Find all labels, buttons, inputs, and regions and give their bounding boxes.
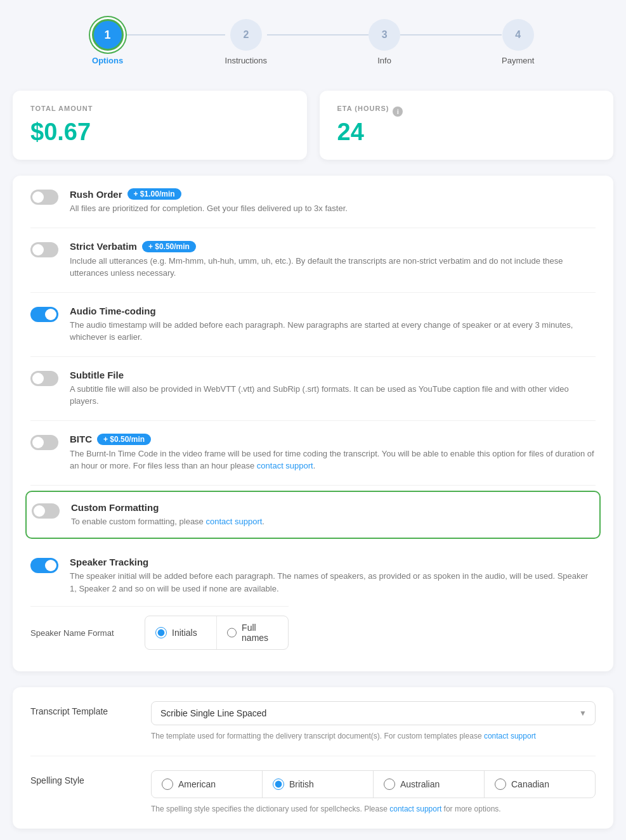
transcript-template-select[interactable]: Scribie Single Line Spaced Custom Templa…	[151, 701, 596, 725]
spelling-canadian[interactable]: Canadian	[485, 771, 595, 798]
bitc-content: BITC + $0.50/min The Burnt-In Time Code …	[70, 434, 596, 472]
spelling-british[interactable]: British	[263, 771, 374, 798]
bitc-slider	[30, 435, 58, 450]
eta-value: 24	[337, 119, 596, 146]
american-label: American	[178, 779, 216, 789]
eta-label: ETA (HOURS)	[337, 105, 389, 112]
rush-order-toggle[interactable]	[30, 190, 58, 205]
bitc-title: BITC	[70, 434, 92, 444]
audio-time-coding-content: Audio Time-coding The audio timestamp wi…	[70, 306, 596, 344]
step-2[interactable]: 2 Instructions	[225, 19, 267, 65]
audio-time-coding-slider	[30, 307, 58, 322]
speaker-name-format-label: Speaker Name Format	[30, 628, 132, 638]
initials-radio[interactable]	[155, 627, 167, 638]
custom-formatting-contact-link[interactable]: contact support	[205, 517, 262, 526]
step-connector-2	[267, 34, 368, 36]
option-rush-order: Rush Order + $1.00/min All files are pri…	[30, 176, 596, 228]
canadian-radio[interactable]	[495, 779, 506, 790]
speaker-tracking-slider	[30, 558, 58, 573]
eta-label-row: ETA (HOURS) i	[337, 105, 596, 119]
step-circle-3: 3	[368, 19, 400, 51]
total-amount-value: $0.67	[30, 119, 289, 146]
audio-time-coding-toggle[interactable]	[30, 307, 58, 322]
speaker-tracking-main-row: Speaker Tracking The speaker initial wil…	[30, 557, 596, 595]
australian-radio[interactable]	[384, 779, 395, 790]
rush-order-title: Rush Order	[70, 189, 122, 200]
step-circle-1: 1	[92, 19, 124, 51]
subtitle-file-desc: A subtitle file will also be provided in…	[70, 383, 596, 408]
british-label: British	[289, 779, 314, 789]
bitc-contact-link[interactable]: contact support	[257, 461, 313, 470]
step-1[interactable]: 1 Options	[92, 19, 124, 65]
strict-verbatim-desc: Include all utterances (e.g. Mm-hmm, uh-…	[70, 255, 596, 280]
option-custom-formatting: Custom Formatting To enable custom forma…	[25, 491, 601, 540]
rush-order-title-row: Rush Order + $1.00/min	[70, 188, 596, 200]
settings-section: Transcript Template Scribie Single Line …	[13, 687, 613, 829]
strict-verbatim-badge: + $0.50/min	[142, 241, 196, 252]
subtitle-file-title-row: Subtitle File	[70, 370, 596, 380]
spelling-style-label: Spelling Style	[30, 770, 138, 785]
subtitle-file-title: Subtitle File	[70, 370, 124, 380]
bitc-title-row: BITC + $0.50/min	[70, 434, 596, 445]
transcript-template-note: The template used for formatting the del…	[151, 730, 596, 742]
strict-verbatim-slider	[30, 242, 58, 257]
audio-time-coding-desc: The audio timestamp will be added before…	[70, 319, 596, 344]
bitc-toggle[interactable]	[30, 435, 58, 450]
spelling-style-note: The spelling style specifies the diction…	[151, 803, 596, 815]
speaker-name-format-fullnames[interactable]: Full names	[217, 616, 288, 649]
spelling-contact-link[interactable]: contact support	[389, 804, 441, 813]
eta-info-icon[interactable]: i	[393, 107, 403, 117]
step-label-2: Instructions	[225, 56, 267, 65]
step-circle-2: 2	[230, 19, 262, 51]
eta-card: ETA (HOURS) i 24	[320, 91, 614, 160]
speaker-tracking-desc: The speaker initial will be added before…	[70, 570, 596, 595]
speaker-tracking-toggle[interactable]	[30, 558, 58, 573]
subtitle-file-content: Subtitle File A subtitle file will also …	[70, 370, 596, 408]
step-circle-4: 4	[502, 19, 534, 51]
option-speaker-tracking: Speaker Tracking The speaker initial wil…	[30, 544, 596, 671]
spelling-radio-group: American British Australian Canadian	[151, 770, 596, 798]
step-connector-1	[124, 34, 225, 36]
stepper: 1 Options 2 Instructions 3 Info 4 Paymen…	[13, 13, 613, 72]
step-3[interactable]: 3 Info	[368, 19, 400, 65]
bitc-badge: + $0.50/min	[97, 434, 151, 445]
custom-formatting-desc: To enable custom formatting, please cont…	[71, 515, 594, 528]
transcript-contact-link[interactable]: contact support	[484, 732, 536, 740]
total-amount-card: TOTAL AMOUNT $0.67	[13, 91, 307, 160]
spelling-style-row: Spelling Style American British Australi…	[30, 756, 596, 829]
audio-time-coding-title-row: Audio Time-coding	[70, 306, 596, 316]
australian-label: Australian	[400, 779, 440, 789]
rush-order-content: Rush Order + $1.00/min All files are pri…	[70, 188, 596, 215]
audio-time-coding-title: Audio Time-coding	[70, 306, 156, 316]
rush-order-slider	[30, 190, 58, 205]
custom-formatting-title-row: Custom Formatting	[71, 502, 594, 513]
option-bitc: BITC + $0.50/min The Burnt-In Time Code …	[30, 421, 596, 486]
transcript-template-content: Scribie Single Line Spaced Custom Templa…	[151, 701, 596, 742]
full-names-radio[interactable]	[227, 627, 237, 638]
british-radio[interactable]	[273, 779, 284, 790]
spelling-american[interactable]: American	[152, 771, 263, 798]
speaker-tracking-title-row: Speaker Tracking	[70, 557, 596, 567]
step-label-4: Payment	[502, 56, 534, 65]
transcript-template-select-wrapper: Scribie Single Line Spaced Custom Templa…	[151, 701, 596, 725]
spelling-australian[interactable]: Australian	[374, 771, 485, 798]
bitc-desc: The Burnt-In Time Code in the video fram…	[70, 448, 596, 472]
page-wrapper: 1 Options 2 Instructions 3 Info 4 Paymen…	[0, 0, 626, 840]
canadian-label: Canadian	[511, 779, 549, 789]
transcript-template-label: Transcript Template	[30, 701, 138, 716]
step-connector-3	[400, 34, 502, 36]
speaker-name-format-initials[interactable]: Initials	[145, 616, 217, 649]
step-label-1: Options	[92, 56, 123, 65]
subtitle-file-toggle[interactable]	[30, 371, 58, 386]
step-label-3: Info	[377, 56, 391, 65]
summary-row: TOTAL AMOUNT $0.67 ETA (HOURS) i 24	[13, 91, 613, 160]
custom-formatting-toggle[interactable]	[32, 503, 60, 519]
strict-verbatim-content: Strict Verbatim + $0.50/min Include all …	[70, 241, 596, 280]
speaker-tracking-content: Speaker Tracking The speaker initial wil…	[70, 557, 596, 595]
american-radio[interactable]	[162, 779, 173, 790]
custom-formatting-title: Custom Formatting	[71, 502, 159, 513]
initials-label: Initials	[172, 628, 197, 638]
strict-verbatim-toggle[interactable]	[30, 242, 58, 257]
rush-order-desc: All files are prioritized for completion…	[70, 202, 596, 215]
step-4[interactable]: 4 Payment	[502, 19, 534, 65]
